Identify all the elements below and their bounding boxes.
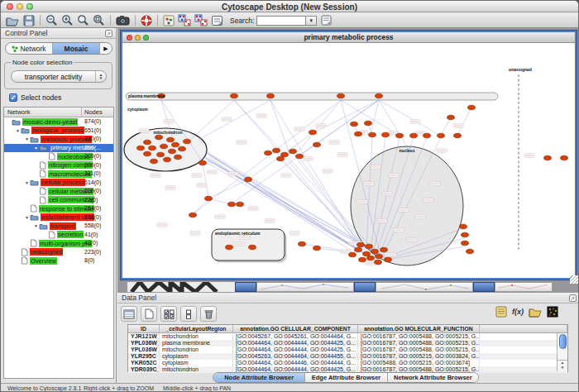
tree-row[interactable]: nucleobase-209(0) [4, 152, 113, 161]
browser-tab-edge[interactable]: Edge Attribute Browser [305, 373, 387, 382]
background-window-preview[interactable] [376, 282, 473, 292]
search-input[interactable] [256, 16, 306, 26]
tree-row[interactable]: secretion41(0) [4, 231, 113, 240]
tab-mosaic[interactable]: Mosaic [53, 43, 100, 54]
expander-icon[interactable]: ▼ [24, 136, 30, 141]
expander-icon[interactable]: ▼ [33, 223, 39, 228]
background-window-preview[interactable] [495, 282, 553, 292]
scrollbar-arrows[interactable]: ▲▼ [557, 360, 567, 371]
table-row[interactable]: YPL036W__2plasma membrane[GO:0044464, GO… [128, 340, 567, 347]
file-icon [30, 239, 37, 247]
browser-tab-node[interactable]: Node Attribute Browser [213, 373, 305, 382]
function-builder-icon[interactable]: f(x) [512, 306, 524, 318]
region-label-unassigned: unassigned [509, 67, 532, 72]
hide-selected-icon[interactable] [178, 14, 191, 27]
tree-row[interactable]: macromolecule311(0) [4, 170, 113, 179]
save-session-icon[interactable] [23, 14, 35, 27]
scrollbar-thumb[interactable] [559, 334, 567, 349]
background-window-titlebar[interactable] [473, 282, 495, 292]
tree-col-nodes[interactable]: Nodes [82, 108, 113, 117]
annotation-page-icon[interactable] [211, 14, 223, 27]
table-row[interactable]: YJR121W__1mitochondrion[GO:0045267, GO:0… [128, 333, 567, 340]
network-view-window[interactable]: primary metabolic process plasma membran… [121, 31, 577, 280]
app-titlebar: Cytoscape Desktop (New Session) [1, 1, 578, 12]
zoom-selected-icon[interactable] [77, 14, 89, 27]
tree-row[interactable]: ▼metabolic process280(0) [4, 135, 113, 144]
network-node [169, 149, 176, 154]
tree-row-count: 311(0) [84, 170, 114, 179]
network-desktop: primary metabolic process plasma membran… [117, 28, 579, 292]
delete-attribute-icon[interactable] [200, 306, 217, 322]
help-icon[interactable] [141, 14, 152, 27]
expander-icon[interactable]: ▼ [33, 146, 39, 151]
tree-row-count: 614(0) [84, 179, 114, 188]
status-welcome: Welcome to Cytoscape 2.8.1 [7, 385, 81, 391]
browser-tab-network[interactable]: Network Attribute Browser [388, 373, 478, 382]
table-row[interactable]: YLR295Ccytoplasm[GO:0045263, GO:0044464,… [128, 353, 567, 360]
unselect-attributes-icon[interactable] [180, 306, 197, 322]
table-cell: YPL036W__2 [128, 340, 160, 347]
expander-icon[interactable]: ▼ [15, 128, 21, 133]
table-cell: YKR052C [128, 360, 160, 366]
select-nodes-checkbox[interactable]: ✓ [9, 93, 17, 102]
background-window-titlebar[interactable] [235, 282, 256, 292]
background-window-preview-icon[interactable] [127, 282, 235, 292]
tree-row[interactable]: ▼establishment of lo558(0) [4, 213, 113, 222]
table-row[interactable]: YKR052Ccytoplasm[GO:0044464, GO:0044446,… [128, 360, 567, 366]
network-manager-icon[interactable] [163, 14, 175, 27]
tree-row[interactable]: cellular metabol209(0) [4, 187, 113, 196]
float-data-panel-icon[interactable]: ↗ [569, 294, 577, 302]
network-canvas[interactable]: plasma membranecytoplasmmitochondrionnuc… [122, 43, 575, 277]
search-options-icon[interactable] [321, 14, 332, 27]
table-column-header[interactable]: ID [128, 325, 160, 332]
region-plasma-membrane [126, 93, 498, 100]
table-scrollbar[interactable]: ▲▼ [557, 333, 567, 371]
tree-row[interactable]: ▼primary metabo209(... [4, 144, 113, 153]
snapshot-icon[interactable] [116, 14, 130, 27]
node-color-dropdown[interactable]: transporter activity ▲▼ [11, 70, 107, 83]
network-node [359, 257, 366, 262]
table-column-header[interactable]: annotation.GO MOLECULAR_FUNCTION [358, 325, 480, 332]
table-cell: [GO:0016787, GO:0005488, GO:0005215, G..… [358, 333, 480, 340]
background-window-titlebar[interactable] [354, 282, 376, 292]
tree-row[interactable]: unassigned223(0) [4, 248, 113, 257]
tree-row[interactable]: nitrogen compo209(0) [4, 161, 113, 170]
tabs-overflow-arrow[interactable]: ▶ [100, 43, 112, 54]
open-session-icon[interactable] [6, 14, 20, 27]
show-graphics-icon[interactable] [194, 14, 208, 27]
select-attributes-icon[interactable] [160, 306, 177, 322]
table-column-header[interactable]: _cellularLayoutRegion [160, 325, 233, 332]
tree-row[interactable]: mosaic-demo-yeast874(0) [4, 117, 113, 127]
tree-col-network[interactable]: Network [4, 108, 82, 117]
network-window-title: primary metabolic process [122, 33, 575, 41]
tree-row[interactable]: cell communicat22(0) [4, 196, 113, 205]
network-edge [441, 117, 451, 136]
new-attribute-icon[interactable] [141, 306, 157, 322]
zoom-fit-icon[interactable] [93, 14, 105, 27]
tree-row[interactable]: response to stimulu264(0) [4, 204, 113, 213]
import-attributes-icon[interactable] [529, 306, 542, 318]
expander-icon[interactable]: ▼ [24, 180, 30, 185]
tree-row[interactable]: Overview8(0) [4, 256, 113, 265]
table-row[interactable]: YPL036W__1mitochondrion[GO:0044464, GO:0… [128, 347, 567, 353]
window-resize-grip[interactable] [570, 275, 578, 284]
background-window-preview[interactable] [256, 282, 354, 292]
tab-network[interactable]: Network [6, 43, 53, 54]
table-mode-icon[interactable] [121, 306, 137, 322]
annotation-pad-icon[interactable] [495, 306, 507, 318]
tree-row-label: Overview [30, 257, 57, 265]
tree-row[interactable]: ▼biological_process651(0) [4, 127, 113, 136]
expander-icon[interactable]: ▼ [24, 215, 30, 220]
zoom-in-icon[interactable] [61, 14, 74, 27]
zoom-out-icon[interactable] [45, 14, 58, 27]
search-dropdown-arrow[interactable]: ▼ [306, 16, 317, 26]
matrix-icon[interactable] [547, 306, 558, 318]
table-column-header[interactable]: annotation.GO CELLULAR_COMPONENT [233, 325, 358, 332]
tree-row[interactable]: ▼transport558(0) [4, 222, 113, 231]
tree-row[interactable]: ▼cellular process614(0) [4, 179, 113, 188]
float-panel-icon[interactable]: ↗ [105, 30, 112, 37]
tree-row[interactable]: multi-organism pro42(0) [4, 239, 113, 248]
tree-row-count: 22(0) [84, 196, 114, 205]
control-panel-header: Control Panel ↗ [1, 28, 116, 39]
network-window-titlebar[interactable]: primary metabolic process [122, 32, 575, 43]
